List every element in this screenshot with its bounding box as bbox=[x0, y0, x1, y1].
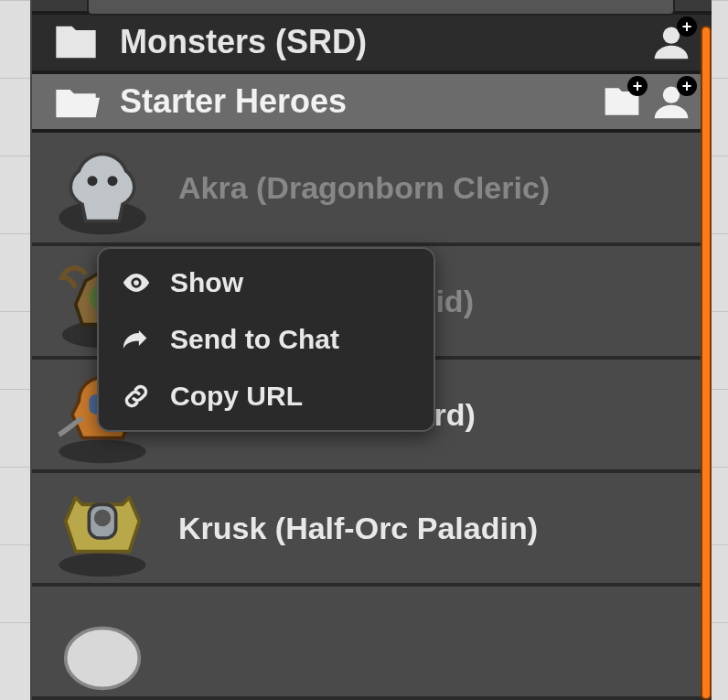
folder-label: Monsters (SRD) bbox=[120, 23, 631, 61]
avatar bbox=[52, 137, 153, 238]
menu-label: Show bbox=[170, 267, 243, 298]
create-subfolder-button[interactable]: + bbox=[602, 81, 642, 122]
eye-icon bbox=[121, 267, 152, 298]
scrollbar[interactable] bbox=[701, 26, 712, 700]
actor-entry[interactable] bbox=[32, 587, 712, 700]
context-menu-send-to-chat[interactable]: Send to Chat bbox=[99, 311, 434, 368]
svg-point-13 bbox=[134, 280, 139, 285]
context-menu-show[interactable]: Show bbox=[99, 254, 434, 311]
plus-icon: + bbox=[627, 76, 648, 96]
folder-starter-heroes[interactable]: Starter Heroes + + bbox=[32, 74, 712, 133]
actor-entry[interactable]: Krusk (Half-Orc Paladin) bbox=[32, 473, 712, 587]
svg-point-4 bbox=[108, 176, 118, 186]
share-icon bbox=[121, 324, 152, 355]
menu-label: Copy URL bbox=[170, 381, 303, 412]
svg-point-12 bbox=[66, 628, 140, 688]
avatar bbox=[52, 591, 153, 692]
svg-point-7 bbox=[59, 440, 145, 464]
folder-closed-icon bbox=[52, 18, 100, 66]
folder-open-icon bbox=[52, 78, 100, 125]
link-icon bbox=[121, 381, 152, 412]
svg-point-11 bbox=[94, 510, 111, 526]
folder-monsters[interactable]: Monsters (SRD) + bbox=[32, 15, 712, 73]
context-menu-copy-url[interactable]: Copy URL bbox=[99, 368, 434, 425]
plus-icon: + bbox=[677, 16, 697, 37]
folder-label: Starter Heroes bbox=[120, 82, 582, 121]
actor-entry[interactable]: Akra (Dragonborn Cleric) bbox=[32, 133, 712, 246]
actor-name: Akra (Dragonborn Cleric) bbox=[178, 170, 550, 206]
svg-point-3 bbox=[88, 176, 98, 186]
avatar bbox=[52, 478, 153, 578]
plus-icon: + bbox=[677, 76, 697, 96]
actor-name: Krusk (Half-Orc Paladin) bbox=[178, 511, 538, 546]
create-actor-button[interactable]: + bbox=[651, 22, 691, 62]
menu-label: Send to Chat bbox=[170, 324, 339, 355]
create-actor-button[interactable]: + bbox=[651, 81, 691, 122]
search-input[interactable] bbox=[32, 0, 712, 15]
svg-point-9 bbox=[59, 554, 145, 577]
context-menu: Show Send to Chat Copy URL bbox=[97, 247, 435, 432]
